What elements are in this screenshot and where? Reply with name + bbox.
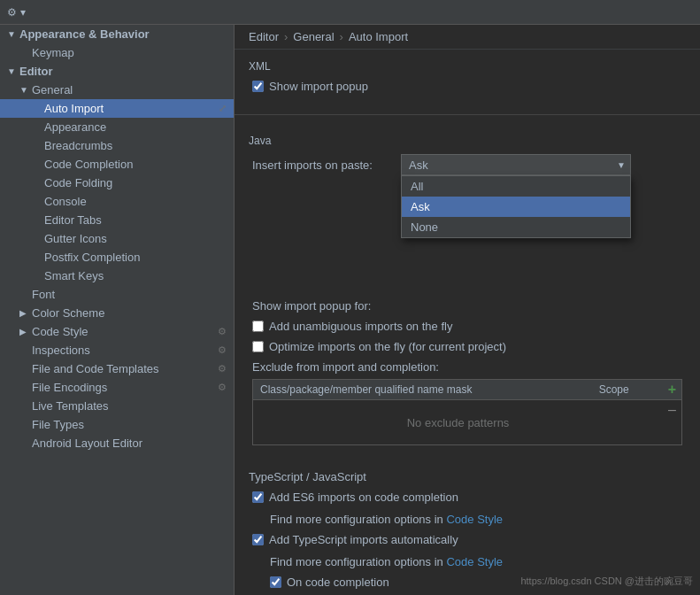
on-code-completion-checkbox[interactable]	[270, 576, 281, 588]
sidebar-label: File Types	[32, 418, 84, 431]
add-es6-row: Add ES6 imports on code completion	[249, 491, 686, 504]
sidebar-settings-icon: ⚙	[218, 326, 227, 337]
sidebar-label: Keymap	[32, 46, 74, 59]
show-import-for-label: Show import popup for:	[252, 299, 394, 313]
sidebar-item-gutter-icons[interactable]: Gutter Icons	[0, 229, 234, 248]
sidebar-item-editor[interactable]: Editor	[0, 62, 234, 81]
sidebar-label: Editor Tabs	[44, 213, 102, 227]
code-style-link-1[interactable]: Code Style	[446, 513, 503, 526]
dropdown-option-all[interactable]: All	[402, 176, 630, 197]
sidebar-label: Appearance	[44, 120, 106, 134]
sidebar-item-code-folding[interactable]: Code Folding	[0, 174, 234, 192]
xml-label: XML	[249, 60, 686, 73]
sidebar-label: Console	[44, 195, 87, 208]
java-section: Java Insert imports on paste: Ask ▼ All …	[235, 124, 700, 461]
insert-imports-label: Insert imports on paste:	[252, 158, 394, 172]
sidebar-item-live-templates[interactable]: Live Templates	[0, 397, 234, 415]
find-more-2-row: Find more configuration options in Code …	[249, 553, 686, 576]
table-header: Class/package/member qualified name mask…	[253, 380, 681, 400]
gear-icon: ⚙	[7, 6, 17, 19]
dropdown-popup: All Ask None	[401, 175, 631, 238]
find-more-2-text: Find more configuration options in	[270, 555, 443, 568]
sidebar-item-color-scheme[interactable]: Color Scheme	[0, 304, 234, 322]
table-col1: Class/package/member qualified name mask	[253, 380, 592, 399]
sidebar-settings-icon: ⚙	[218, 382, 227, 393]
dropdown-option-none[interactable]: None	[402, 217, 630, 237]
add-typescript-label: Add TypeScript imports automatically	[269, 533, 458, 546]
on-code-completion-row: On code completion	[249, 576, 686, 589]
sidebar-item-appearance[interactable]: Appearance	[0, 118, 234, 136]
arrow-icon	[19, 308, 32, 318]
table-remove-button[interactable]: –	[663, 400, 681, 420]
xml-section: XML Show import popup	[235, 50, 700, 111]
sidebar-item-postfix-completion[interactable]: Postfix Completion	[0, 248, 234, 267]
sidebar-item-file-types[interactable]: File Types	[0, 415, 234, 434]
top-bar: ⚙ ▾	[0, 0, 700, 25]
sidebar-label: Smart Keys	[44, 269, 104, 282]
on-code-completion-label: On code completion	[287, 576, 389, 589]
breadcrumb-sep1: ›	[284, 30, 288, 43]
table-col2: Scope	[592, 380, 663, 399]
insert-imports-row: Insert imports on paste: Ask ▼ All Ask N…	[249, 154, 686, 175]
show-import-popup-label: Show import popup	[269, 80, 368, 93]
add-typescript-row: Add TypeScript imports automatically	[249, 533, 686, 546]
table-body: No exclude patterns	[253, 400, 663, 444]
add-unambiguous-checkbox[interactable]	[252, 321, 264, 332]
sidebar-item-breadcrumbs[interactable]: Breadcrumbs	[0, 136, 234, 155]
sidebar-item-file-encodings[interactable]: File Encodings⚙	[0, 378, 234, 397]
sidebar-label: Breadcrumbs	[44, 139, 112, 152]
sidebar-item-code-style[interactable]: Code Style⚙	[0, 322, 234, 341]
code-style-link-2[interactable]: Code Style	[446, 555, 503, 568]
sidebar-item-appearance-behavior[interactable]: Appearance & Behavior	[0, 25, 234, 43]
sidebar-label: File Encodings	[32, 381, 107, 394]
arrow-icon	[7, 29, 19, 39]
sidebar-item-console[interactable]: Console	[0, 192, 234, 211]
table-controls: –	[663, 400, 681, 444]
sidebar-item-inspections[interactable]: Inspections⚙	[0, 341, 234, 359]
optimize-imports-label: Optimize imports on the fly (for current…	[269, 340, 506, 353]
show-import-popup-row: Show import popup	[249, 80, 686, 93]
sidebar-label: File and Code Templates	[32, 362, 159, 375]
typescript-title: TypeScript / JavaScript	[249, 470, 686, 483]
sidebar-item-keymap[interactable]: Keymap	[0, 43, 234, 62]
optimize-imports-row: Optimize imports on the fly (for current…	[249, 340, 686, 353]
sidebar-label: General	[32, 83, 73, 97]
typescript-section: TypeScript / JavaScript Add ES6 imports …	[235, 461, 700, 595]
optimize-imports-checkbox[interactable]	[252, 341, 264, 352]
insert-imports-dropdown-wrapper: Ask ▼	[401, 154, 631, 175]
breadcrumb-autoimport: Auto Import	[349, 30, 408, 43]
add-typescript-checkbox[interactable]	[252, 534, 264, 545]
find-more-1-text: Find more configuration options in	[270, 513, 443, 526]
sidebar-item-file-code-templates[interactable]: File and Code Templates⚙	[0, 359, 234, 378]
sidebar-item-general[interactable]: General	[0, 81, 234, 99]
dropdown-option-ask[interactable]: Ask	[402, 197, 630, 217]
table-add-button[interactable]: +	[663, 380, 681, 399]
add-es6-checkbox[interactable]	[252, 491, 264, 503]
no-patterns-text: No exclude patterns	[407, 416, 510, 429]
sidebar-item-auto-import[interactable]: Auto Import⤢	[0, 99, 234, 118]
add-unambiguous-row: Add unambiguous imports on the fly	[249, 320, 686, 333]
exclude-table: Class/package/member qualified name mask…	[252, 379, 682, 445]
sidebar-label: Gutter Icons	[44, 232, 107, 245]
sidebar-settings-icon: ⚙	[218, 344, 227, 356]
sidebar-item-editor-tabs[interactable]: Editor Tabs	[0, 211, 234, 229]
insert-imports-select[interactable]: Ask	[401, 154, 631, 175]
sidebar-item-android-layout-editor[interactable]: Android Layout Editor	[0, 434, 234, 452]
show-import-popup-checkbox[interactable]	[252, 81, 264, 92]
breadcrumb: Editor › General › Auto Import	[235, 25, 700, 50]
breadcrumb-sep2: ›	[340, 30, 343, 43]
sidebar-label: Code Folding	[44, 176, 112, 189]
sidebar-item-code-completion[interactable]: Code Completion	[0, 155, 234, 174]
search-divider: ▾	[20, 6, 26, 19]
search-area[interactable]: ⚙ ▾	[7, 6, 26, 19]
sidebar-label: Auto Import	[44, 102, 104, 115]
sidebar-label: Postfix Completion	[44, 251, 140, 264]
sidebar-item-smart-keys[interactable]: Smart Keys	[0, 267, 234, 285]
sidebar-label: Live Templates	[32, 399, 108, 413]
sidebar-label: Font	[32, 288, 55, 301]
sidebar-settings-icon: ⚙	[218, 363, 227, 375]
sidebar: Appearance & BehaviorKeymapEditorGeneral…	[0, 25, 235, 595]
java-label: Java	[249, 135, 686, 147]
sidebar-item-font[interactable]: Font	[0, 285, 234, 304]
find-more-1-row: Find more configuration options in Code …	[249, 511, 686, 533]
